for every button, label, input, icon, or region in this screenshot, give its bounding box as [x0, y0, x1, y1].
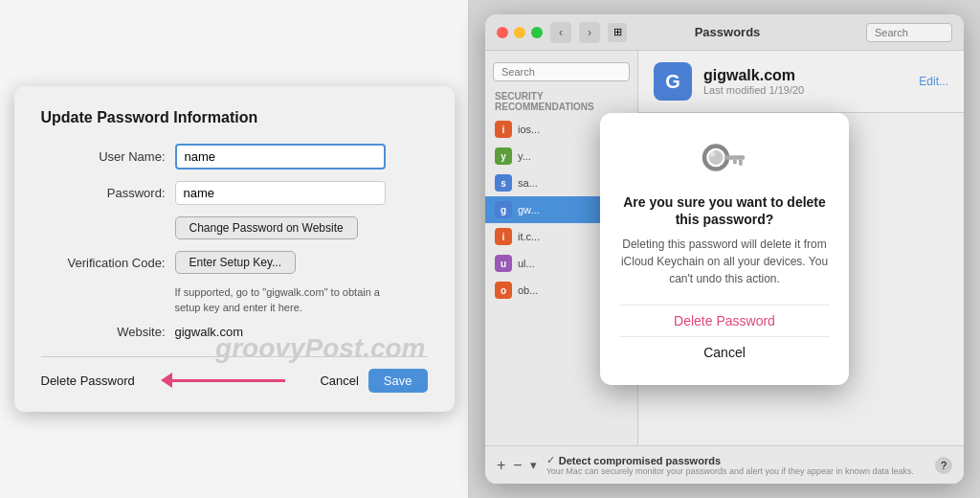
verification-label: Verification Code:: [41, 256, 166, 270]
svg-rect-4: [733, 160, 737, 165]
password-label: Password:: [41, 186, 166, 200]
delete-modal: Are you sure you want to delete this pas…: [600, 113, 849, 385]
website-value: gigwalk.com: [175, 325, 244, 339]
password-row: Password:: [41, 181, 428, 205]
window-title: Update Password Information: [41, 109, 428, 126]
arrow-line: [170, 379, 285, 382]
svg-point-5: [709, 151, 715, 157]
modal-title: Are you sure you want to delete this pas…: [619, 193, 830, 228]
svg-rect-2: [724, 155, 745, 160]
svg-rect-3: [739, 160, 743, 166]
password-input[interactable]: [175, 181, 386, 205]
save-button[interactable]: Save: [368, 369, 428, 393]
cancel-button[interactable]: Cancel: [320, 374, 358, 388]
change-password-row: Change Password on Website: [41, 216, 428, 239]
username-input[interactable]: [175, 144, 386, 170]
change-password-button[interactable]: Change Password on Website: [175, 216, 358, 239]
passwords-window: ‹ › ⊞ Passwords Security Recommendations…: [485, 14, 964, 484]
verification-row: Verification Code: Enter Setup Key...: [41, 251, 428, 274]
website-label: Website:: [41, 325, 166, 339]
delete-password-button[interactable]: Delete Password: [41, 374, 135, 388]
left-panel: Update Password Information User Name: P…: [0, 0, 469, 498]
verification-note: If supported, go to "gigwalk.com" to obt…: [175, 285, 386, 315]
window-footer: Delete Password Cancel Save: [41, 356, 428, 393]
modal-overlay: Are you sure you want to delete this pas…: [485, 14, 964, 484]
setup-key-button[interactable]: Enter Setup Key...: [175, 251, 297, 274]
arrow-indicator: [135, 379, 321, 382]
modal-description: Deleting this password will delete it fr…: [619, 236, 830, 287]
key-icon: [696, 136, 753, 193]
modal-cancel-button[interactable]: Cancel: [619, 336, 830, 368]
website-row: Website: gigwalk.com: [41, 325, 428, 339]
modal-delete-button[interactable]: Delete Password: [619, 305, 830, 336]
username-row: User Name:: [41, 144, 428, 170]
update-password-window: Update Password Information User Name: P…: [14, 86, 455, 412]
username-label: User Name:: [41, 149, 166, 164]
right-panel: ‹ › ⊞ Passwords Security Recommendations…: [469, 0, 980, 498]
